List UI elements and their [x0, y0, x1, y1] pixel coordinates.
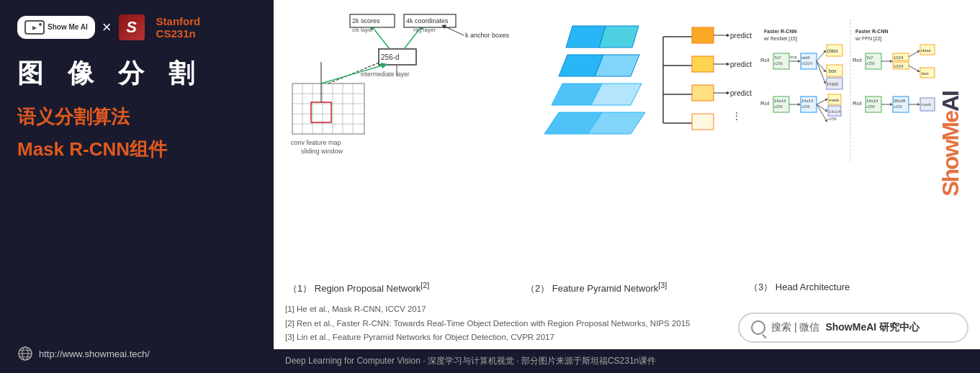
label-head: （3） Head Architecture [746, 281, 948, 294]
showmeai-logo: Show Me AI [17, 16, 95, 39]
svg-rect-3 [292, 84, 364, 134]
svg-text:28x28: 28x28 [894, 99, 906, 103]
stanford-name: Stanford [156, 15, 201, 27]
svg-text:k anchor boxes: k anchor boxes [465, 32, 510, 39]
svg-line-86 [817, 99, 827, 104]
svg-text:reg layer: reg layer [413, 27, 436, 33]
svg-text:mask: mask [829, 98, 840, 102]
svg-line-68 [817, 61, 825, 71]
svg-text:res5: res5 [801, 55, 810, 60]
website-row: http://www.showmeai.tech/ [17, 346, 256, 361]
right-panel: conv feature map sliding window 256-d in… [274, 0, 980, 373]
showmeai-logo-icon [24, 20, 45, 35]
svg-text:w/ FPN [22]: w/ FPN [22] [855, 36, 882, 42]
svg-text:x256: x256 [774, 61, 783, 66]
label-head-num: （3） [749, 282, 773, 292]
svg-text:box: box [922, 71, 929, 76]
svg-text:14x14: 14x14 [829, 109, 841, 114]
svg-text:RoI: RoI [853, 100, 861, 107]
svg-rect-47 [692, 27, 714, 43]
watermark: ShowMeAI [932, 12, 968, 277]
svg-text:RoI: RoI [760, 100, 769, 107]
label-rpn: （1） Region Proposal Network[2] [285, 281, 523, 295]
left-panel: Show Me AI × S Stanford CS231n 图 像 分 割 语… [0, 0, 274, 373]
svg-text:RoI: RoI [853, 57, 861, 63]
label-fpn: （2） Feature Pyramid Network[3] [523, 281, 746, 295]
svg-text:1024: 1024 [894, 55, 904, 60]
svg-text:RoI: RoI [760, 57, 769, 63]
head-architecture-svg: RoI 7x7 x256 avg res5 x1024 class [760, 12, 962, 170]
showmeai-logo-text: Show Me AI [48, 23, 88, 32]
label-rpn-num: （1） [288, 283, 312, 294]
svg-text:box: box [829, 68, 837, 73]
svg-rect-14 [311, 102, 331, 122]
main-title: 图 像 分 割 [17, 56, 256, 91]
rpn-diagram-svg: conv feature map sliding window 256-d in… [285, 12, 523, 170]
svg-marker-41 [599, 26, 639, 48]
svg-line-87 [817, 104, 827, 111]
svg-text:class: class [921, 48, 931, 53]
svg-line-106 [909, 51, 919, 57]
svg-line-69 [817, 61, 825, 83]
label-head-title: Head Architecture [776, 282, 850, 292]
svg-text:Faster R-CNN: Faster R-CNN [855, 29, 889, 34]
svg-text:conv feature map: conv feature map [291, 139, 341, 146]
svg-text:7x7: 7x7 [866, 55, 873, 60]
website-icon [17, 346, 33, 361]
svg-text:⋮: ⋮ [732, 110, 742, 122]
search-brand: ShowMeAI 研究中心 [825, 321, 920, 334]
watermark-text: ShowMeAI [938, 91, 964, 197]
svg-text:Faster R-CNN: Faster R-CNN [764, 29, 797, 34]
svg-rect-49 [692, 85, 714, 101]
label-fpn-title: Feature Pyramid Network [552, 283, 658, 294]
svg-text:256-d: 256-d [381, 53, 400, 61]
stanford-text: Stanford CS231n [156, 15, 201, 40]
fpn-diagram-svg: predict predict predict ⋮ [530, 12, 753, 170]
label-fpn-ref: [3] [658, 281, 667, 289]
svg-text:7x7: 7x7 [774, 55, 781, 60]
svg-text:x256: x256 [866, 61, 875, 66]
svg-text:4k coordinates: 4k coordinates [406, 17, 449, 24]
svg-rect-50 [692, 114, 714, 130]
sub-title: 语义分割算法 [17, 104, 256, 130]
search-bar[interactable]: 搜索 | 微信 ShowMeAI 研究中心 [738, 313, 968, 343]
website-url: http://www.showmeai.tech/ [39, 349, 150, 359]
svg-text:x256: x256 [774, 104, 783, 109]
svg-text:class: class [827, 48, 839, 53]
search-label: 搜索 | 微信 [771, 321, 819, 334]
svg-rect-48 [692, 56, 714, 72]
search-icon [751, 320, 765, 335]
label-fpn-num: （2） [526, 283, 549, 294]
svg-text:predict: predict [730, 60, 752, 68]
svg-line-107 [909, 66, 919, 71]
logo-area: Show Me AI × S Stanford CS231n [17, 14, 256, 40]
x-separator: × [102, 18, 112, 37]
svg-text:cls layer: cls layer [352, 27, 374, 33]
svg-text:predict: predict [730, 32, 752, 40]
svg-line-88 [817, 104, 827, 121]
main-container: Show Me AI × S Stanford CS231n 图 像 分 割 语… [0, 0, 980, 373]
svg-text:14x14: 14x14 [801, 99, 814, 103]
svg-text:14x14: 14x14 [774, 99, 786, 103]
svg-text:avg: avg [790, 55, 797, 59]
diagrams-container: conv feature map sliding window 256-d in… [285, 12, 968, 277]
svg-text:mask: mask [827, 81, 839, 86]
svg-line-67 [817, 51, 825, 61]
svg-text:x256: x256 [828, 117, 837, 121]
svg-text:x256: x256 [894, 104, 902, 109]
svg-text:x256: x256 [866, 104, 875, 109]
svg-text:14x14: 14x14 [866, 99, 878, 103]
svg-text:intermediate layer: intermediate layer [361, 71, 410, 78]
stanford-course: CS231n [156, 27, 201, 40]
svg-text:x1024: x1024 [801, 61, 812, 66]
footer-text: Deep Learning for Computer Vision · 深度学习… [285, 355, 656, 367]
svg-line-23 [372, 26, 390, 49]
svg-text:mask: mask [921, 102, 932, 107]
svg-text:x256: x256 [801, 104, 810, 109]
stanford-s-logo: S [119, 14, 145, 40]
svg-text:2k scores: 2k scores [352, 17, 380, 24]
svg-marker-40 [566, 26, 606, 48]
svg-text:w/ ResNet [15]: w/ ResNet [15] [763, 36, 797, 42]
svg-text:predict: predict [730, 89, 752, 97]
svg-text:sliding window: sliding window [301, 148, 343, 155]
